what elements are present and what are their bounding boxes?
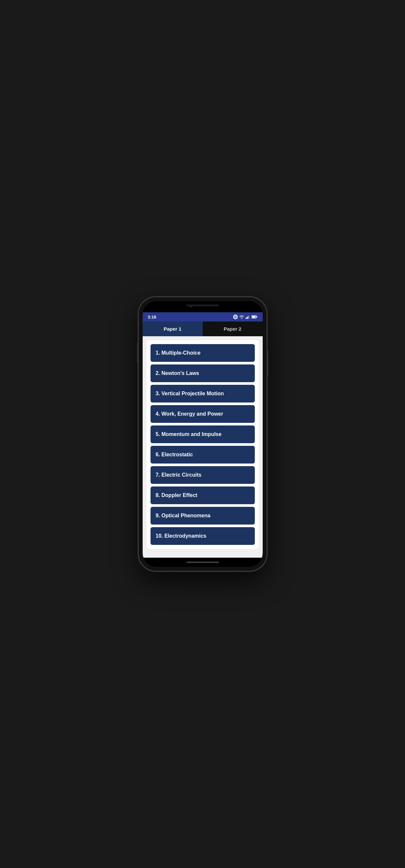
- notch-pill: [186, 304, 219, 306]
- battery-icon: [252, 315, 257, 319]
- topic-item-2[interactable]: 2. Newton's Laws: [151, 365, 255, 382]
- notch: [143, 301, 263, 312]
- status-icons: [233, 315, 257, 319]
- phone-screen: 3:16: [143, 301, 263, 567]
- tab-paper1[interactable]: Paper 1: [143, 321, 202, 336]
- phone-frame: 3:16: [139, 297, 267, 571]
- content-area: 1. Multiple-Choice 2. Newton's Laws 3. V…: [143, 336, 263, 558]
- svg-rect-1: [247, 316, 248, 319]
- status-time: 3:16: [148, 315, 156, 319]
- topic-item-5[interactable]: 5. Momentum and Impulse: [151, 426, 255, 443]
- home-bar: [186, 562, 219, 563]
- home-indicator: [143, 558, 263, 567]
- topic-item-6[interactable]: 6. Electrostatic: [151, 446, 255, 464]
- tab-bar: Paper 1 Paper 2: [143, 321, 263, 336]
- topic-item-9[interactable]: 9. Optical Phenomena: [151, 507, 255, 525]
- topic-item-10[interactable]: 10. Electrodynamics: [151, 527, 255, 545]
- tab-paper2[interactable]: Paper 2: [202, 321, 263, 336]
- svg-rect-5: [252, 316, 255, 318]
- topic-item-1[interactable]: 1. Multiple-Choice: [151, 344, 255, 362]
- svg-rect-4: [256, 316, 257, 317]
- topic-item-4[interactable]: 4. Work, Energy and Power: [151, 405, 255, 423]
- wifi-icon: [239, 315, 244, 319]
- topics-card: 1. Multiple-Choice 2. Newton's Laws 3. V…: [147, 340, 259, 549]
- topic-item-3[interactable]: 3. Vertical Projectile Motion: [151, 385, 255, 403]
- status-bar: 3:16: [143, 312, 263, 321]
- svg-rect-2: [248, 316, 249, 319]
- topic-item-8[interactable]: 8. Doppler Effect: [151, 487, 255, 504]
- svg-rect-0: [246, 317, 247, 319]
- signal-icon: [246, 315, 250, 319]
- topic-item-7[interactable]: 7. Electric Circuits: [151, 466, 255, 484]
- sync-icon: [233, 315, 238, 319]
